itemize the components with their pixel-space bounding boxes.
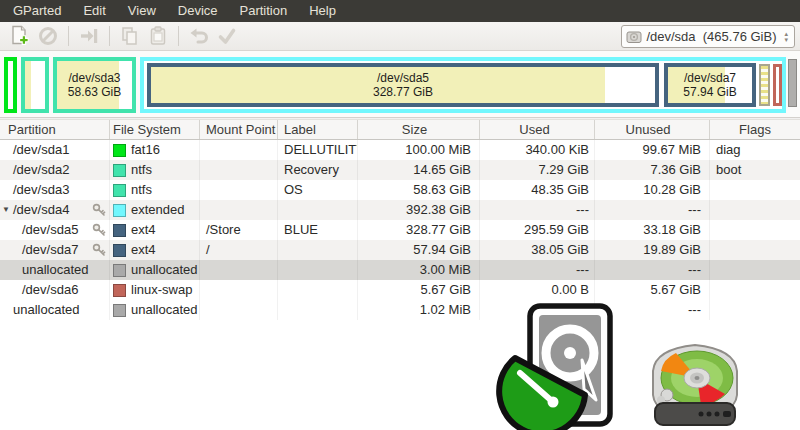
table-row-sda5[interactable]: /dev/sda5 ext4 /Store BLUE 328.77 GiB 29… — [0, 220, 800, 240]
flags — [710, 180, 800, 200]
disk-bar-sda2[interactable] — [21, 57, 49, 113]
mount-point — [200, 200, 278, 220]
disk-bar-sda5[interactable]: /dev/sda5 328.77 GiB — [147, 63, 659, 107]
key-icon — [92, 203, 106, 217]
paste-button[interactable] — [144, 23, 172, 49]
fs-name: fat16 — [131, 140, 160, 160]
key-icon — [92, 243, 106, 257]
unused: 99.67 MiB — [595, 140, 710, 160]
table-row-sda6[interactable]: /dev/sda6 linux-swap 5.67 GiB 0.00 B 5.6… — [0, 280, 800, 300]
mount-point — [200, 280, 278, 300]
used: 7.29 GiB — [480, 160, 595, 180]
label: BLUE — [278, 220, 358, 240]
label — [278, 280, 358, 300]
partition-name: /dev/sda7 — [22, 242, 78, 257]
disk-bar-unallocated-small[interactable] — [759, 64, 770, 106]
menu-bar: GParted Edit View Device Partition Help — [0, 0, 800, 22]
undo-icon — [188, 25, 210, 47]
delete-partition-icon — [37, 25, 59, 47]
partition-name: /dev/sda5 — [22, 222, 78, 237]
partition-name: /dev/sda2 — [13, 162, 69, 177]
disk-bar-sda3[interactable]: /dev/sda3 58.63 GiB — [53, 57, 136, 113]
partition-name: unallocated — [13, 302, 80, 317]
menu-partition[interactable]: Partition — [229, 0, 299, 22]
flags — [710, 260, 800, 280]
used: 38.05 GiB — [480, 240, 595, 260]
new-partition-button[interactable] — [6, 23, 34, 49]
disk-bar-sda7-label: /dev/sda7 57.94 GiB — [668, 67, 752, 103]
expander-icon[interactable]: ▼ — [2, 200, 10, 220]
fs-color-swatch — [113, 164, 126, 177]
fs-color-swatch — [113, 244, 126, 257]
menu-help[interactable]: Help — [298, 0, 347, 22]
partition-name: /dev/sda1 — [13, 142, 69, 157]
delete-partition-button[interactable] — [34, 23, 62, 49]
spin-down-icon[interactable]: ▾ — [784, 37, 788, 43]
label — [278, 300, 358, 320]
undo-button[interactable] — [185, 23, 213, 49]
mount-point: / — [200, 240, 278, 260]
mount-point — [200, 300, 278, 320]
used: 48.35 GiB — [480, 180, 595, 200]
partition-name: /dev/sda6 — [22, 282, 78, 297]
fs-color-swatch — [113, 204, 126, 217]
column-header-size: Size — [358, 120, 480, 139]
menu-view[interactable]: View — [117, 0, 167, 22]
size: 392.38 GiB — [358, 200, 480, 220]
flags — [710, 280, 800, 300]
label — [278, 200, 358, 220]
toolbar-separator — [109, 26, 110, 46]
device-selector[interactable]: /dev/sda (465.76 GiB) ▴ ▾ — [621, 25, 795, 48]
disk-bar-sda1[interactable] — [4, 57, 17, 113]
fs-name: ntfs — [131, 160, 152, 180]
resize-move-button[interactable] — [75, 23, 103, 49]
partition-name: /dev/sda4 — [13, 202, 69, 217]
fs-color-swatch — [113, 264, 126, 277]
column-header-used: Used — [480, 120, 595, 139]
fs-color-swatch — [113, 304, 126, 317]
partition-name: /dev/sda3 — [13, 182, 69, 197]
fs-name: unallocated — [131, 260, 198, 280]
apply-button[interactable] — [213, 23, 241, 49]
flags — [710, 300, 800, 320]
mount-point — [200, 160, 278, 180]
label: DELLUTILITY — [278, 140, 358, 160]
mount-point: /Store — [200, 220, 278, 240]
column-header-flags: Flags — [710, 120, 800, 139]
size: 58.63 GiB — [358, 180, 480, 200]
table-row-sda3[interactable]: /dev/sda3 ntfs OS 58.63 GiB 48.35 GiB 10… — [0, 180, 800, 200]
menu-gparted[interactable]: GParted — [2, 0, 72, 22]
column-header-partition: Partition — [0, 120, 110, 139]
size: 14.65 GiB — [358, 160, 480, 180]
used: 295.59 GiB — [480, 220, 595, 240]
table-row-sda7[interactable]: /dev/sda7 ext4 / 57.94 GiB 38.05 GiB 19.… — [0, 240, 800, 260]
table-row-unallocated-2[interactable]: unallocated unallocated 1.02 MiB --- — [0, 300, 800, 320]
hard-disk-icon — [626, 29, 642, 45]
label: Recovery — [278, 160, 358, 180]
used: 0.00 B — [480, 280, 595, 300]
table-row-unallocated-1[interactable]: unallocated unallocated 3.00 MiB --- --- — [0, 260, 800, 280]
disk-bar-sda6-swap[interactable] — [773, 64, 782, 106]
disk-bar-sda7[interactable]: /dev/sda7 57.94 GiB — [664, 63, 756, 107]
fs-name: unallocated — [131, 300, 198, 320]
copy-button[interactable] — [116, 23, 144, 49]
size: 100.00 MiB — [358, 140, 480, 160]
unused: 10.28 GiB — [595, 180, 710, 200]
menu-device[interactable]: Device — [167, 0, 229, 22]
toolbar: /dev/sda (465.76 GiB) ▴ ▾ — [0, 22, 800, 51]
table-row-sda2[interactable]: /dev/sda2 ntfs Recovery 14.65 GiB 7.29 G… — [0, 160, 800, 180]
spinner-arrows[interactable]: ▴ ▾ — [784, 31, 788, 43]
copy-icon — [119, 25, 141, 47]
disk-bar-unallocated-end[interactable] — [788, 59, 797, 107]
unused: 5.67 GiB — [595, 280, 710, 300]
table-row-sda1[interactable]: /dev/sda1 fat16 DELLUTILITY 100.00 MiB 3… — [0, 140, 800, 160]
disk-bar-sda5-label: /dev/sda5 328.77 GiB — [151, 67, 655, 103]
menu-edit[interactable]: Edit — [72, 0, 116, 22]
size: 5.67 GiB — [358, 280, 480, 300]
key-icon — [92, 223, 106, 237]
table-row-sda4[interactable]: ▼ /dev/sda4 extended 392.38 GiB --- --- — [0, 200, 800, 220]
unused: --- — [595, 260, 710, 280]
toolbar-separator — [178, 26, 179, 46]
mount-point — [200, 140, 278, 160]
disk-bar-extended-sda4[interactable]: /dev/sda5 328.77 GiB /dev/sda7 57.94 GiB — [140, 57, 786, 113]
